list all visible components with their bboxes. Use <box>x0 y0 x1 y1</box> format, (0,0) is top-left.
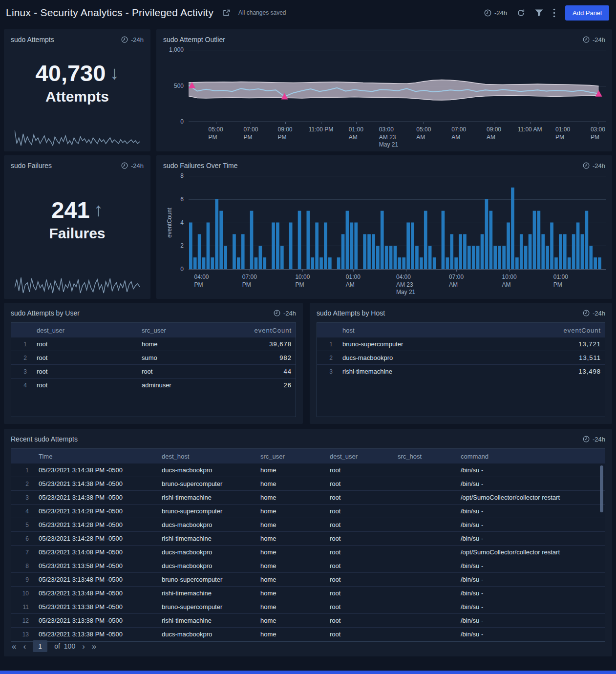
table-row: 905/23/2021 3:13:48 PM -0500bruno-superc… <box>11 573 605 587</box>
y-tick-label: 1,000 <box>169 46 184 53</box>
table-row: 3rishi-timemachine13,498 <box>317 365 605 379</box>
x-tick-label: 07:00 PM <box>242 274 257 289</box>
clock-icon <box>583 36 590 43</box>
table-row: 1205/23/2021 3:13:38 PM -0500rishi-timem… <box>11 614 605 628</box>
column-header-dest_user[interactable]: dest_user <box>326 449 394 463</box>
x-tick-mark <box>406 270 406 272</box>
panel-time-range[interactable]: -24h <box>121 36 144 43</box>
x-tick-mark <box>561 270 561 272</box>
filter-icon[interactable] <box>535 9 543 17</box>
table-row: 1005/23/2021 3:13:48 PM -0500rishi-timem… <box>11 587 605 600</box>
x-tick-label: 11:00 AM <box>518 126 542 134</box>
column-header-host[interactable]: host <box>339 323 531 337</box>
panel-time-range[interactable]: -24h <box>583 310 605 317</box>
x-tick-label: 01:00 PM <box>553 274 568 289</box>
first-page-button[interactable]: « <box>12 642 16 651</box>
x-tick-mark <box>459 122 459 124</box>
x-tick-label: 01:00 PM <box>555 126 570 141</box>
pagination: « ‹ 1 of 100 › » <box>12 640 96 652</box>
x-tick-mark <box>424 122 424 124</box>
panel-time-range[interactable]: -24h <box>121 162 144 169</box>
panel-time-range[interactable]: -24h <box>583 162 605 169</box>
x-tick-label: 03:00 PM <box>591 126 605 141</box>
dashboard-grid: sudo Attempts -24h 40,730 ↓ Attempts sud… <box>0 25 616 660</box>
table-row: 405/23/2021 3:14:28 PM -0500bruno-superc… <box>11 505 605 518</box>
current-page-input[interactable]: 1 <box>33 640 47 652</box>
x-tick-mark <box>353 270 354 272</box>
x-tick-label: 07:00 AM <box>449 274 464 289</box>
y-tick-label: 0 <box>180 266 184 273</box>
add-panel-button[interactable]: Add Panel <box>565 5 609 21</box>
next-page-button[interactable]: › <box>82 642 85 651</box>
column-header-index <box>317 323 339 337</box>
panel-sudo-failures-over-time: sudo Failures Over Time -24h 02468eventC… <box>156 155 612 299</box>
page-count: of 100 <box>54 642 75 650</box>
x-tick-label: 09:00 PM <box>277 126 292 141</box>
stat-value: 40,730 <box>36 60 106 86</box>
dashboard-header: Linux - Security Analytics - Privileged … <box>0 0 616 25</box>
column-header-index <box>11 323 33 337</box>
column-header-src_user[interactable]: src_user <box>256 449 326 463</box>
clock-icon <box>583 162 590 169</box>
outlier-x-axis: 05:00 PM07:00 PM09:00 PM11:00 PM01:00 AM… <box>189 122 606 147</box>
table-row: 2ducs-macbookpro13,511 <box>317 351 605 365</box>
column-header-Time[interactable]: Time <box>35 449 158 463</box>
x-tick-mark <box>598 122 598 124</box>
x-tick-label: 07:00 AM <box>451 126 466 141</box>
table-row: 505/23/2021 3:14:28 PM -0500ducs-macbook… <box>11 518 605 532</box>
failures-plot <box>189 176 606 270</box>
sparkline <box>15 276 140 294</box>
prev-page-button[interactable]: ‹ <box>23 642 26 651</box>
x-tick-mark <box>563 122 563 124</box>
header-controls: -24h Add Panel <box>484 5 609 21</box>
column-header-index <box>11 449 35 463</box>
attempts-by-host-table: hosteventCount1bruno-supercomputer13,721… <box>317 322 605 417</box>
column-header-src_host[interactable]: src_host <box>394 449 457 463</box>
y-tick-label: 0 <box>180 118 184 125</box>
last-page-button[interactable]: » <box>92 642 96 651</box>
y-tick-label: 4 <box>180 219 184 226</box>
refresh-icon[interactable] <box>517 9 525 17</box>
panel-title: sudo Attempt Outlier <box>163 36 225 43</box>
y-tick-label: 6 <box>180 196 184 203</box>
table-row: 105/23/2021 3:14:38 PM -0500ducs-macbook… <box>11 463 605 477</box>
table-row: 3rootroot44 <box>11 365 296 379</box>
table-row: 1305/23/2021 3:13:38 PM -0500ducs-macboo… <box>11 628 605 641</box>
panel-time-range[interactable]: -24h <box>274 310 296 317</box>
column-header-dest_host[interactable]: dest_host <box>158 449 256 463</box>
column-header-eventCount[interactable]: eventCount <box>531 323 605 337</box>
panel-time-range[interactable]: -24h <box>583 36 605 43</box>
x-tick-label: 10:00 PM <box>295 274 310 289</box>
table-row: 1105/23/2021 3:13:38 PM -0500bruno-super… <box>11 600 605 614</box>
panel-recent-sudo-attempts: Recent sudo Attempts -24h Timedest_hosts… <box>4 429 612 656</box>
trend-down-icon: ↓ <box>109 63 119 82</box>
x-tick-label: 01:00 AM <box>349 126 363 141</box>
global-time-range-label: -24h <box>494 9 507 17</box>
panel-time-range[interactable]: -24h <box>583 436 605 443</box>
x-tick-label: 05:00 PM <box>209 126 223 141</box>
column-header-eventCount[interactable]: eventCount <box>222 323 296 337</box>
singlestat: 241 ↑ Failures <box>4 170 150 268</box>
column-header-src_user[interactable]: src_user <box>138 323 222 337</box>
column-header-command[interactable]: command <box>457 449 605 463</box>
x-tick-label: 09:00 AM <box>487 126 501 141</box>
global-time-range[interactable]: -24h <box>484 9 507 17</box>
x-tick-label: 11:00 PM <box>309 126 333 134</box>
panel-sudo-failures: sudo Failures -24h 241 ↑ Failures <box>4 155 150 299</box>
attempts-by-user-table: dest_usersrc_usereventCount1roothome39,6… <box>11 322 296 417</box>
trend-up-icon: ↑ <box>94 200 103 219</box>
x-tick-mark <box>251 122 251 124</box>
x-tick-label: 03:00 AM 23 May 21 <box>379 126 398 149</box>
failures-x-axis: 04:00 PM07:00 PM10:00 PM01:00 AM04:00 AM… <box>189 270 606 295</box>
x-tick-label: 10:00 AM <box>502 274 517 289</box>
table-row: 705/23/2021 3:14:08 PM -0500ducs-macbook… <box>11 546 605 559</box>
share-icon[interactable] <box>222 9 231 17</box>
column-header-dest_user[interactable]: dest_user <box>33 323 138 337</box>
save-status: All changes saved <box>238 9 286 16</box>
kebab-menu-icon[interactable] <box>553 8 555 18</box>
clock-icon <box>583 436 590 442</box>
table-scrollbar[interactable] <box>600 465 603 512</box>
x-tick-label: 01:00 AM <box>346 274 361 289</box>
x-tick-label: 04:00 PM <box>194 274 209 289</box>
failures-bar-chart: 02468eventCount 04:00 PM07:00 PM10:00 PM… <box>163 176 606 295</box>
